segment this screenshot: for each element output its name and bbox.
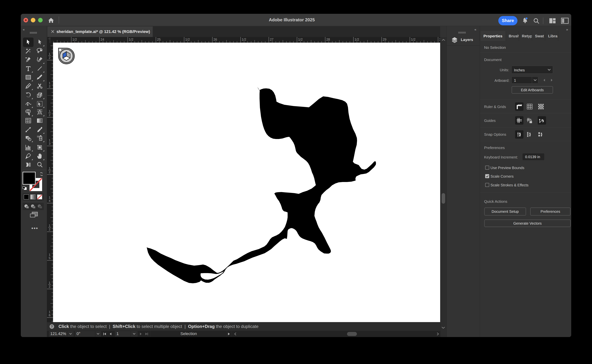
svg-text:1: 1 [49, 110, 50, 113]
svg-text:2: 2 [49, 113, 50, 117]
svg-text:28: 28 [326, 38, 330, 41]
svg-text:1/2: 1/2 [129, 38, 133, 41]
svg-text:26: 26 [213, 38, 217, 41]
svg-text:1: 1 [49, 310, 50, 314]
svg-text:4: 4 [49, 199, 50, 203]
svg-text:1/2: 1/2 [298, 38, 303, 41]
svg-text:2: 2 [49, 228, 50, 231]
svg-text:1/2: 1/2 [411, 38, 415, 41]
svg-text:2: 2 [49, 56, 50, 59]
svg-text:1: 1 [49, 196, 50, 199]
svg-text:1/2: 1/2 [355, 38, 359, 41]
svg-text:1: 1 [49, 139, 50, 142]
svg-text:29: 29 [383, 38, 386, 41]
svg-text:1: 1 [49, 81, 50, 85]
svg-text:6: 6 [49, 313, 50, 317]
svg-text:1: 1 [49, 167, 50, 170]
svg-text:2: 2 [49, 285, 50, 288]
svg-text:27: 27 [270, 38, 274, 41]
svg-text:1: 1 [49, 52, 50, 56]
svg-text:3: 3 [49, 142, 50, 145]
svg-text:?: ? [51, 325, 53, 328]
svg-text:1: 1 [49, 224, 50, 227]
svg-text:2: 2 [49, 170, 50, 174]
svg-text:24: 24 [101, 38, 104, 41]
svg-text:1: 1 [49, 281, 50, 285]
svg-text:2: 2 [49, 85, 50, 88]
svg-text:5: 5 [49, 256, 50, 260]
svg-text:1/2: 1/2 [242, 38, 246, 41]
svg-text:1: 1 [49, 253, 50, 257]
svg-text:1/2: 1/2 [185, 38, 190, 41]
svg-text:25: 25 [157, 38, 161, 41]
svg-text:1/2: 1/2 [72, 38, 77, 41]
